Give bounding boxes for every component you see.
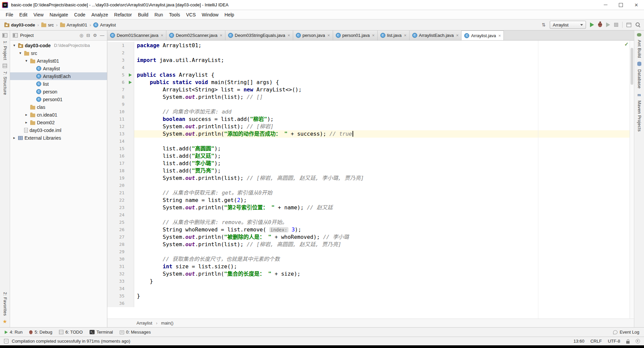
tree-item-arraylist[interactable]: Arraylist bbox=[10, 65, 107, 72]
run-config-select[interactable]: Arraylist bbox=[550, 21, 586, 29]
code-line-5[interactable]: 5public class Arraylist { bbox=[107, 71, 634, 79]
toolbutton-5-debug[interactable]: 5: Debug bbox=[29, 330, 52, 335]
menu-run[interactable]: Run bbox=[151, 12, 166, 17]
menu-analyze[interactable]: Analyze bbox=[89, 12, 111, 17]
code-line-2[interactable]: 2 bbox=[107, 49, 634, 57]
tool-button-7-structure[interactable]: 7: Structure bbox=[3, 71, 7, 95]
tree-item-cn-idea01[interactable]: ▸cn.idea01 bbox=[10, 111, 107, 119]
file-encoding-widget[interactable]: UTF-8 bbox=[608, 339, 620, 344]
tool-button-maven-projects[interactable]: Maven Projects bbox=[637, 100, 642, 132]
code-line-3[interactable]: 3import java.util.ArrayList; bbox=[107, 57, 634, 64]
tab-arraylist-java[interactable]: Arraylist.java× bbox=[462, 30, 504, 40]
code-line-21[interactable]: 21 // 从集合中获取元素: get。索引值从0开始 bbox=[107, 189, 634, 197]
menu-edit[interactable]: Edit bbox=[16, 12, 31, 17]
code-line-13[interactable]: 13 System.out.println("添加的动作是否成功： " + su… bbox=[107, 130, 634, 138]
code-line-10[interactable]: 10 // 向集合中添加元素: add bbox=[107, 108, 634, 116]
tree-item-arraylisteach[interactable]: ArraylistEach bbox=[10, 72, 107, 80]
tab-deom01scanner-java[interactable]: Deom01Scanner.java× bbox=[107, 30, 166, 40]
code-line-23[interactable]: 23 System.out.println("第2号索引位置： " + name… bbox=[107, 204, 634, 211]
editor-scrollbar[interactable] bbox=[630, 41, 634, 319]
tool-button-2-favorites[interactable]: 2: Favorites bbox=[3, 292, 7, 316]
code-line-33[interactable]: 33 } bbox=[107, 278, 634, 285]
code-line-25[interactable]: 25 // 从集合中删除元素: remove。索引值从0开始。 bbox=[107, 219, 634, 226]
code-line-24[interactable]: 24 bbox=[107, 211, 634, 219]
tab-deom03stringequals-java[interactable]: Deom03StringEquals.java× bbox=[225, 30, 293, 40]
coverage-icon[interactable] bbox=[606, 22, 610, 27]
status-window-icon[interactable] bbox=[4, 339, 8, 343]
settings-gear-icon[interactable]: ⚙ bbox=[93, 33, 97, 38]
debug-icon[interactable] bbox=[598, 22, 602, 27]
updates-icon[interactable] bbox=[542, 22, 546, 27]
lock-icon[interactable] bbox=[626, 341, 630, 344]
code-line-8[interactable]: 8 System.out.println(list); // [] bbox=[107, 93, 634, 101]
tool-project-icon[interactable] bbox=[2, 33, 7, 38]
tree-item-external-libraries[interactable]: ▸External Libraries bbox=[10, 134, 107, 142]
favorites-star-icon[interactable] bbox=[3, 319, 7, 325]
highlighting-level-icon[interactable] bbox=[636, 339, 640, 343]
tab-person-java[interactable]: person.java× bbox=[293, 30, 333, 40]
tree-item-deom02[interactable]: ▸Deom02 bbox=[10, 119, 107, 126]
tab-arraylisteach-java[interactable]: ArraylistEach.java× bbox=[410, 30, 462, 40]
project-structure-icon[interactable] bbox=[627, 23, 631, 27]
code-line-26[interactable]: 26 String whoRemoved = list.remove( inde… bbox=[107, 226, 634, 233]
code-line-15[interactable]: 15 list.add("高圆圆"); bbox=[107, 145, 634, 152]
chevron-collapsed-icon[interactable]: ▸ bbox=[24, 113, 29, 117]
code-line-29[interactable]: 29 bbox=[107, 248, 634, 256]
menu-navigate[interactable]: Navigate bbox=[47, 12, 71, 17]
code-line-20[interactable]: 20 bbox=[107, 182, 634, 189]
code-line-18[interactable]: 18 list.add("贾乃亮"); bbox=[107, 167, 634, 175]
code-line-16[interactable]: 16 list.add("赵又廷"); bbox=[107, 152, 634, 160]
code-line-28[interactable]: 28 System.out.println(list); // [柳岩, 高圆圆… bbox=[107, 241, 634, 248]
code-line-1[interactable]: 1package Arraylist01; bbox=[107, 42, 634, 49]
collapse-all-icon[interactable]: ⊟ bbox=[86, 33, 90, 38]
tool-maven-icon[interactable] bbox=[638, 92, 641, 97]
chevron-expanded-icon[interactable]: ▾ bbox=[18, 51, 22, 55]
code-line-6[interactable]: 6 public static void main(String[] args)… bbox=[107, 79, 634, 86]
chevron-expanded-icon[interactable]: ▾ bbox=[12, 43, 16, 48]
code-editor[interactable]: 1package Arraylist01;23import java.util.… bbox=[107, 41, 634, 319]
tab-list-java[interactable]: list.java× bbox=[378, 30, 410, 40]
code-line-32[interactable]: 32 System.out.println("集合的长度是： " + size)… bbox=[107, 270, 634, 278]
caret-position-widget[interactable]: 13:60 bbox=[574, 339, 585, 344]
code-line-31[interactable]: 31 int size = list.size(); bbox=[107, 263, 634, 270]
close-tab-icon[interactable]: × bbox=[220, 33, 222, 38]
tree-item-day03-code[interactable]: ▾day03-codeD:\IdeaProjects\ba bbox=[10, 42, 107, 49]
breadcrumb-arraylist[interactable]: Arraylist bbox=[136, 320, 153, 326]
code-line-17[interactable]: 17 list.add("李小璐"); bbox=[107, 160, 634, 167]
nav-crumb-arraylist[interactable]: Arraylist bbox=[92, 22, 117, 28]
minimize-button[interactable] bbox=[598, 0, 613, 10]
close-tab-icon[interactable]: × bbox=[161, 33, 163, 38]
maximize-button[interactable] bbox=[613, 0, 629, 10]
scrollbar-thumb[interactable] bbox=[631, 48, 633, 85]
tree-item-arraylist01[interactable]: ▾Arraylist01 bbox=[10, 57, 107, 65]
run-icon[interactable] bbox=[590, 22, 594, 27]
code-line-12[interactable]: 12 System.out.println(list); // [柳岩] bbox=[107, 123, 634, 130]
inspections-ok-icon[interactable] bbox=[624, 41, 629, 47]
toolbutton-event-log[interactable]: Event Log bbox=[613, 330, 639, 335]
code-line-27[interactable]: 27 System.out.println("被删除的人是： " + whoRe… bbox=[107, 233, 634, 241]
chevron-expanded-icon[interactable]: ▾ bbox=[24, 59, 29, 63]
nav-crumb-src[interactable]: src bbox=[40, 22, 55, 28]
nav-crumb-day03-code[interactable]: day03-code bbox=[3, 22, 36, 28]
menu-help[interactable]: Help bbox=[221, 12, 237, 17]
tool-button-ant-build[interactable]: Ant Build bbox=[637, 40, 642, 58]
toolbutton-4-run[interactable]: 4: Run bbox=[5, 330, 22, 335]
tab-deom02scanner-java[interactable]: Deom02Scanner.java× bbox=[166, 30, 225, 40]
close-tab-icon[interactable]: × bbox=[498, 33, 501, 38]
code-line-22[interactable]: 22 String name = list.get(2); bbox=[107, 197, 634, 204]
search-everywhere-icon[interactable] bbox=[635, 22, 641, 27]
code-line-11[interactable]: 11 boolean success = list.add("柳岩"); bbox=[107, 116, 634, 123]
close-tab-icon[interactable]: × bbox=[287, 33, 290, 38]
code-line-14[interactable]: 14 bbox=[107, 138, 634, 145]
code-line-35[interactable]: 35} bbox=[107, 292, 634, 300]
menu-window[interactable]: Window bbox=[199, 12, 222, 17]
menu-view[interactable]: View bbox=[31, 12, 47, 17]
tree-item-list[interactable]: list bbox=[10, 80, 107, 88]
chevron-collapsed-icon[interactable]: ▸ bbox=[12, 136, 16, 140]
code-line-7[interactable]: 7 ArrayList<String> list = new ArrayList… bbox=[107, 86, 634, 93]
tree-item-day03-code-iml[interactable]: day03-code.iml bbox=[10, 126, 107, 134]
code-line-30[interactable]: 30 // 获取集合的长度尺寸，也就是其中元素的个数 bbox=[107, 256, 634, 263]
code-line-9[interactable]: 9 bbox=[107, 101, 634, 108]
chevron-collapsed-icon[interactable]: ▸ bbox=[24, 120, 29, 125]
project-tree[interactable]: ▾day03-codeD:\IdeaProjects\ba▾src▾Arrayl… bbox=[10, 41, 107, 327]
